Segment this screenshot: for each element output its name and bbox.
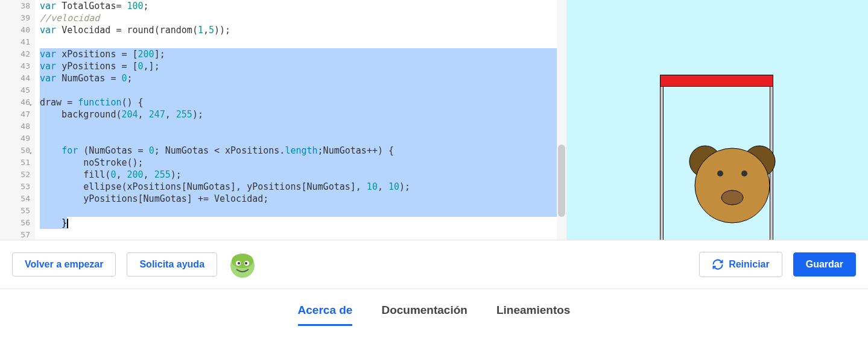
- line-number: 52: [0, 169, 30, 181]
- code-line[interactable]: [40, 133, 566, 145]
- code-line[interactable]: yPositions[NumGotas] += Velocidad;: [40, 193, 566, 205]
- line-number: 51: [0, 157, 30, 169]
- workspace: 3839404142434445464748495051525354555657…: [0, 0, 868, 240]
- svg-point-11: [245, 262, 247, 264]
- tab-acerca-de[interactable]: Acerca de: [298, 304, 353, 326]
- line-number: 50: [0, 145, 30, 157]
- code-line[interactable]: background(204, 247, 255);: [40, 108, 566, 120]
- code-line[interactable]: [40, 229, 566, 240]
- line-number: 40: [0, 24, 30, 36]
- tab-lineamientos[interactable]: Lineamientos: [496, 304, 570, 326]
- tab-documentación[interactable]: Documentación: [381, 304, 467, 326]
- reset-label: Reiniciar: [729, 259, 770, 270]
- svg-point-3: [717, 170, 723, 177]
- line-number: 46: [0, 96, 30, 108]
- line-number: 43: [0, 60, 30, 72]
- code-line[interactable]: //velocidad: [40, 12, 566, 24]
- code-line[interactable]: }: [40, 217, 566, 229]
- line-number: 42: [0, 48, 30, 60]
- line-number: 44: [0, 72, 30, 84]
- mascot-avatar: [228, 250, 257, 279]
- code-line[interactable]: [40, 120, 566, 133]
- canvas-preview: [566, 0, 868, 240]
- info-tabs: Acerca deDocumentaciónLineamientos: [0, 289, 868, 326]
- code-line[interactable]: fill(0, 200, 255);: [40, 169, 566, 181]
- line-number: 38: [0, 0, 30, 12]
- code-line[interactable]: var xPositions = [200];: [40, 48, 566, 60]
- code-line[interactable]: var Velocidad = round(random(1,5));: [40, 24, 566, 36]
- refresh-icon: [712, 258, 724, 270]
- line-number: 54: [0, 193, 30, 205]
- code-line[interactable]: var yPositions = [0,];: [40, 60, 566, 72]
- code-line[interactable]: draw = function() {: [40, 96, 566, 108]
- svg-point-4: [741, 170, 747, 177]
- line-number: 56: [0, 217, 30, 229]
- code-content[interactable]: var TotalGotas= 100;//velocidadvar Veloc…: [40, 0, 566, 240]
- code-line[interactable]: var TotalGotas= 100;: [40, 0, 566, 12]
- line-number: 49: [0, 133, 30, 145]
- action-toolbar: Volver a empezar Solicita ayuda Reinicia…: [0, 240, 868, 289]
- line-number: 57: [0, 229, 30, 240]
- line-number: 47: [0, 108, 30, 120]
- booth-roof: [660, 75, 773, 87]
- help-button[interactable]: Solicita ayuda: [127, 252, 217, 277]
- editor-scrollbar[interactable]: [557, 0, 566, 240]
- svg-point-7: [232, 254, 253, 268]
- line-number: 45: [0, 84, 30, 96]
- line-number: 48: [0, 120, 30, 133]
- svg-point-10: [238, 262, 240, 264]
- code-line[interactable]: noStroke();: [40, 157, 566, 169]
- scrollbar-thumb[interactable]: [558, 145, 565, 217]
- svg-point-5: [721, 190, 743, 205]
- line-number: 41: [0, 36, 30, 48]
- code-line[interactable]: [40, 36, 566, 48]
- booth-pole-left: [660, 87, 664, 240]
- code-editor[interactable]: 3839404142434445464748495051525354555657…: [0, 0, 566, 240]
- line-number: 53: [0, 181, 30, 193]
- code-line[interactable]: [40, 205, 566, 217]
- code-line[interactable]: [40, 84, 566, 96]
- svg-point-2: [695, 148, 770, 223]
- line-gutter: 3839404142434445464748495051525354555657…: [0, 0, 35, 240]
- code-line[interactable]: var NumGotas = 0;: [40, 72, 566, 84]
- code-line[interactable]: for (NumGotas = 0; NumGotas < xPositions…: [40, 145, 566, 157]
- save-button[interactable]: Guardar: [793, 252, 856, 277]
- code-line[interactable]: ellipse(xPositions[NumGotas], yPositions…: [40, 181, 566, 193]
- line-number: 55: [0, 205, 30, 217]
- fold-marker[interactable]: ▾: [29, 99, 32, 111]
- fold-marker[interactable]: ▾: [29, 147, 32, 159]
- line-number: 39: [0, 12, 30, 24]
- reset-button[interactable]: Reiniciar: [699, 252, 782, 277]
- restart-button[interactable]: Volver a empezar: [12, 252, 116, 277]
- bear-graphic: [687, 137, 784, 228]
